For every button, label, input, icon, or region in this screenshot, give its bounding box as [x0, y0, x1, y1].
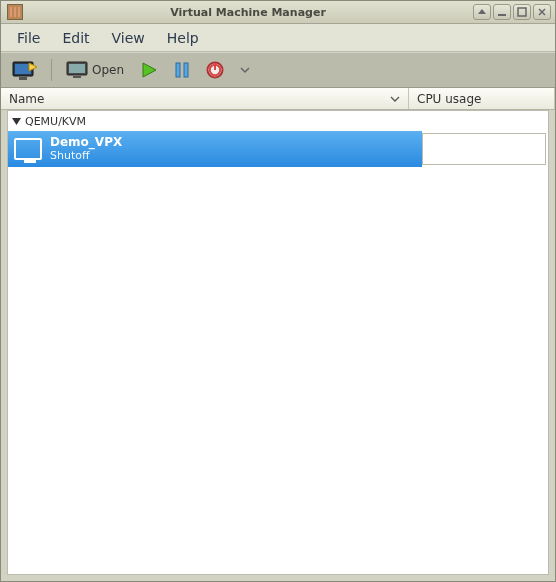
svg-rect-14: [214, 63, 216, 70]
menu-file[interactable]: File: [7, 26, 50, 50]
window-title: Virtual Machine Manager: [23, 6, 473, 19]
connection-row[interactable]: QEMU/KVM: [8, 111, 548, 131]
column-cpu[interactable]: CPU usage: [409, 88, 555, 109]
connection-label: QEMU/KVM: [25, 115, 86, 128]
window-controls: [473, 4, 551, 20]
menu-help[interactable]: Help: [157, 26, 209, 50]
vm-row[interactable]: Demo_VPX Shutoff: [8, 131, 548, 167]
close-icon: [537, 7, 547, 17]
chevron-down-icon: [240, 65, 250, 75]
app-icon: [7, 4, 23, 20]
titlebar: Virtual Machine Manager: [1, 1, 555, 24]
svg-rect-10: [176, 63, 180, 77]
vm-tree[interactable]: QEMU/KVM Demo_VPX Shutoff: [7, 110, 549, 575]
shutdown-menu-button[interactable]: [236, 63, 254, 77]
minimize-icon: [497, 7, 507, 17]
svg-rect-1: [518, 8, 526, 16]
column-cpu-label: CPU usage: [417, 92, 481, 106]
minimize-button[interactable]: [493, 4, 511, 20]
svg-rect-0: [498, 14, 506, 16]
svg-marker-9: [143, 63, 156, 77]
menubar: File Edit View Help: [1, 24, 555, 52]
vm-name: Demo_VPX: [50, 136, 122, 150]
toolbar: Open: [1, 52, 555, 88]
vm-text: Demo_VPX Shutoff: [50, 136, 122, 162]
maximize-icon: [517, 7, 527, 17]
play-icon: [140, 61, 158, 79]
shutdown-button[interactable]: [202, 59, 228, 81]
new-vm-icon: [11, 59, 37, 81]
column-name[interactable]: Name: [1, 88, 409, 109]
svg-rect-11: [184, 63, 188, 77]
svg-rect-8: [73, 76, 81, 78]
toolbar-separator: [51, 59, 52, 81]
svg-marker-15: [12, 118, 21, 125]
monitor-icon: [66, 61, 88, 79]
close-button[interactable]: [533, 4, 551, 20]
sort-indicator: [390, 94, 400, 104]
menu-view[interactable]: View: [102, 26, 155, 50]
vm-monitor-icon: [14, 138, 42, 160]
column-headers: Name CPU usage: [1, 88, 555, 110]
open-console-button[interactable]: Open: [62, 59, 128, 81]
vm-cpu-cell: [422, 133, 546, 165]
maximize-button[interactable]: [513, 4, 531, 20]
vm-state: Shutoff: [50, 150, 122, 163]
arrow-up-icon: [477, 7, 487, 17]
shade-button[interactable]: [473, 4, 491, 20]
svg-rect-7: [69, 64, 85, 73]
triangle-down-icon: [12, 117, 21, 126]
menu-edit[interactable]: Edit: [52, 26, 99, 50]
new-vm-button[interactable]: [7, 57, 41, 83]
chevron-down-icon: [390, 94, 400, 104]
open-label: Open: [92, 63, 124, 77]
svg-rect-4: [19, 77, 27, 80]
vm-row-main[interactable]: Demo_VPX Shutoff: [8, 131, 422, 167]
pause-button[interactable]: [170, 59, 194, 81]
column-name-label: Name: [9, 92, 44, 106]
disclosure-triangle[interactable]: [12, 117, 21, 126]
run-button[interactable]: [136, 59, 162, 81]
pause-icon: [174, 61, 190, 79]
power-icon: [206, 61, 224, 79]
